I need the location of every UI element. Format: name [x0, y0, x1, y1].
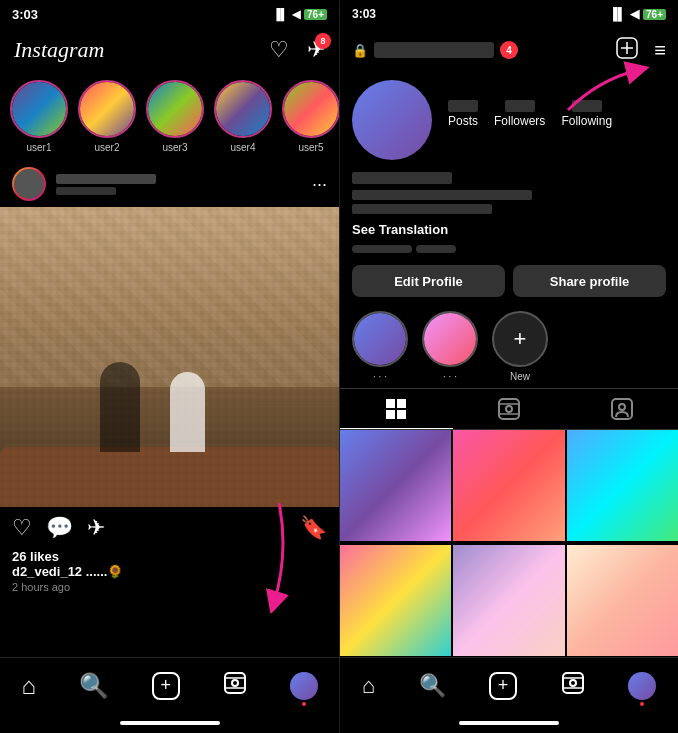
share-icon[interactable]: ✈: [87, 515, 105, 541]
username-header: 4: [374, 41, 518, 59]
messenger-icon[interactable]: ✈ 8: [307, 37, 325, 63]
figure-silhouette: [100, 362, 140, 452]
svg-rect-8: [397, 399, 406, 408]
svg-point-16: [619, 404, 625, 410]
profile-section: Posts Followers Following: [340, 72, 678, 168]
highlights-bar: [340, 241, 678, 257]
tab-reels[interactable]: [453, 389, 566, 429]
left-status-bar: 3:03 ▐▌ ◀ 76+: [0, 0, 339, 28]
username-bar: [374, 42, 494, 58]
left-time: 3:03: [12, 7, 38, 22]
highlight-item-new[interactable]: + New: [492, 311, 548, 382]
right-home-bar: [340, 713, 678, 733]
username-caption: d2_vedi_12 ......🌻: [12, 564, 327, 579]
posts-label: Posts: [448, 114, 478, 128]
highlight-circle-2: [422, 311, 478, 367]
story-avatar: [146, 80, 204, 138]
svg-rect-11: [499, 399, 519, 419]
post-user-avatar: [14, 169, 44, 199]
instagram-logo: Instagram: [14, 37, 104, 63]
edit-profile-button[interactable]: Edit Profile: [352, 265, 505, 297]
right-home-indicator: [459, 721, 559, 725]
grid-cell-4[interactable]: [340, 545, 451, 656]
heart-icon[interactable]: ♡: [269, 37, 289, 63]
post-username-bar: [56, 174, 156, 184]
left-status-icons: ▐▌ ◀ 76+: [272, 8, 327, 21]
post-author: d2_vedi_12 ......🌻: [12, 564, 123, 579]
svg-point-18: [570, 680, 576, 686]
new-label: New: [510, 371, 530, 382]
tab-tagged[interactable]: [565, 389, 678, 429]
story-avatar: [214, 80, 272, 138]
bookmark-icon[interactable]: 🔖: [300, 515, 327, 541]
story-item[interactable]: user1: [10, 80, 68, 153]
nav-profile[interactable]: [290, 672, 318, 700]
stories-row: user1 user2 user3 user4 user5: [0, 72, 339, 161]
messenger-badge: 8: [315, 33, 331, 49]
right-nav-home[interactable]: ⌂: [362, 673, 375, 699]
nav-search[interactable]: 🔍: [79, 672, 109, 700]
feed-post: ··· ♡ 💬 ✈ 🔖 26 likes d2_vedi: [0, 161, 339, 657]
comment-icon[interactable]: 💬: [46, 515, 73, 541]
story-item[interactable]: user4: [214, 80, 272, 153]
right-nav-reels[interactable]: [561, 671, 585, 701]
tab-grid[interactable]: [340, 389, 453, 429]
add-icon[interactable]: [616, 37, 638, 64]
grid-cell-2[interactable]: [453, 430, 564, 541]
story-avatar: [78, 80, 136, 138]
followers-label: Followers: [494, 114, 545, 128]
left-header: Instagram ♡ ✈ 8: [0, 28, 339, 72]
post-more-icon[interactable]: ···: [312, 174, 327, 195]
see-translation[interactable]: See Translation: [340, 218, 678, 241]
svg-point-12: [506, 406, 512, 412]
left-bottom-nav: ⌂ 🔍 +: [0, 657, 339, 713]
grid-cell-5[interactable]: [453, 545, 564, 656]
right-header: 🔒 4 ≡: [340, 28, 678, 72]
following-number: [572, 100, 602, 112]
posts-number: [448, 100, 478, 112]
story-item[interactable]: user3: [146, 80, 204, 153]
highlight-item-2[interactable]: · · ·: [422, 311, 478, 382]
following-label: Following: [561, 114, 612, 128]
likes-count: 26 likes: [12, 549, 327, 564]
menu-icon[interactable]: ≡: [654, 39, 666, 62]
home-indicator: [120, 721, 220, 725]
nav-home[interactable]: ⌂: [21, 672, 36, 700]
profile-name-bar: [352, 172, 452, 184]
profile-avatar[interactable]: [352, 80, 432, 160]
highlight-item-1[interactable]: · · ·: [352, 311, 408, 382]
right-header-left: 🔒 4: [352, 41, 518, 59]
story-item[interactable]: user5: [282, 80, 339, 153]
right-time: 3:03: [352, 7, 376, 21]
story-item[interactable]: user2: [78, 80, 136, 153]
right-bottom-nav: ⌂ 🔍 +: [340, 657, 678, 713]
profile-active-dot: [302, 702, 306, 706]
grid-cell-3[interactable]: [567, 430, 678, 541]
figure-silhouette-2: [170, 372, 205, 452]
profile-active-dot-right: [640, 702, 644, 706]
highlights-stories-row: · · · · · · + New: [340, 305, 678, 388]
share-profile-button[interactable]: Share profile: [513, 265, 666, 297]
right-nav-search[interactable]: 🔍: [419, 673, 446, 699]
profile-stats: Posts Followers Following: [448, 80, 666, 128]
right-nav-profile[interactable]: [628, 672, 656, 700]
right-panel: 3:03 ▐▌ ◀ 76+ 🔒 4 ≡: [339, 0, 678, 733]
grid-cell-6[interactable]: [567, 545, 678, 656]
nav-reels[interactable]: [223, 671, 247, 701]
left-panel: 3:03 ▐▌ ◀ 76+ Instagram ♡ ✈ 8 user1: [0, 0, 339, 733]
followers-number: [505, 100, 535, 112]
profile-bio-bar: [352, 190, 532, 200]
grid-cell-1[interactable]: [340, 430, 451, 541]
like-icon[interactable]: ♡: [12, 515, 32, 541]
story-avatar: [282, 80, 339, 138]
add-highlight-button[interactable]: +: [492, 311, 548, 367]
nav-add[interactable]: +: [152, 672, 180, 700]
post-header: ···: [0, 161, 339, 207]
highlight-circle-1: [352, 311, 408, 367]
svg-rect-10: [397, 410, 406, 419]
svg-point-1: [232, 680, 238, 686]
right-nav-add[interactable]: +: [489, 672, 517, 700]
stat-followers[interactable]: Followers: [494, 100, 545, 128]
stat-following[interactable]: Following: [561, 100, 612, 128]
svg-rect-9: [386, 410, 395, 419]
